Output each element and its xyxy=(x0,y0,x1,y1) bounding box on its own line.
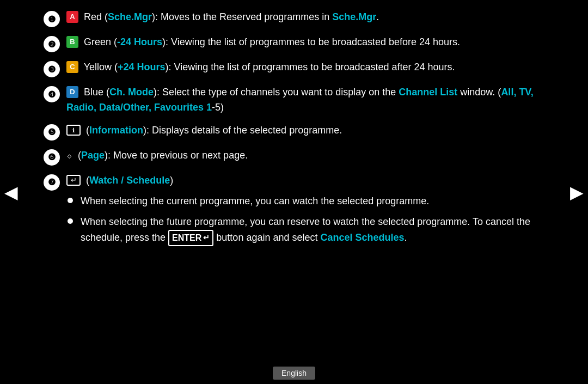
item-text-5: ℹ (Information): Displays details of the… xyxy=(66,123,544,138)
circle-num-3: ❸ xyxy=(44,61,60,77)
item-text-4: D Blue (Ch. Mode): Select the type of ch… xyxy=(66,85,544,115)
bullet-dot-2 xyxy=(68,218,73,224)
list-item-6: ❻ ⬦ (Page): Move to previous or next pag… xyxy=(44,148,544,166)
circle-num-2: ❷ xyxy=(44,36,60,52)
list-item-5: ❺ ℹ (Information): Displays details of t… xyxy=(44,123,544,141)
page-icon: ⬦ xyxy=(66,150,72,161)
item-text-6: ⬦ (Page): Move to previous or next page. xyxy=(66,148,544,163)
list-item-4: ❹ D Blue (Ch. Mode): Select the type of … xyxy=(44,85,544,115)
sub-bullets: When selecting the current programme, yo… xyxy=(68,194,544,247)
badge-red: A xyxy=(66,11,78,23)
minus24-link: -24 Hours xyxy=(117,36,162,47)
circle-num-6: ❻ xyxy=(44,149,60,166)
sche-mgr-link-1: Sche.Mgr xyxy=(108,11,152,22)
enter-arrow: ↵ xyxy=(203,232,210,244)
sub-bullet-1: When selecting the current programme, yo… xyxy=(68,194,544,209)
sub-bullet-2: When selecting the future programme, you… xyxy=(68,215,544,247)
sche-mgr-link-2: Sche.Mgr xyxy=(332,11,376,22)
list-item-7: ❼ ↵ (Watch / Schedule) xyxy=(44,173,544,191)
enter-box: ENTER↵ xyxy=(168,230,213,247)
list-item-1: ❶ A Red (Sche.Mgr): Moves to the Reserve… xyxy=(44,10,544,27)
list-item-3: ❸ C Yellow (+24 Hours): Viewing the list… xyxy=(44,60,544,77)
circle-num-4: ❹ xyxy=(44,86,60,102)
circle-num-1: ❶ xyxy=(44,11,60,27)
circle-num-7: ❼ xyxy=(44,174,60,191)
bullet-dot-1 xyxy=(68,198,73,203)
bottom-bar: English xyxy=(0,367,588,384)
plus24-link: +24 Hours xyxy=(118,62,166,72)
sub-bullet-text-1: When selecting the current programme, yo… xyxy=(81,194,544,209)
watch-schedule-link: Watch / Schedule xyxy=(89,175,170,186)
page-link: Page xyxy=(81,150,105,161)
chmode-link: Ch. Mode xyxy=(109,87,154,97)
item-text-7: ↵ (Watch / Schedule) xyxy=(66,173,544,188)
badge-yellow: C xyxy=(66,61,78,73)
list-item-2: ❷ B Green (-24 Hours): Viewing the list … xyxy=(44,35,544,52)
circle-num-5: ❺ xyxy=(44,124,60,141)
sub-bullet-text-2: When selecting the future programme, you… xyxy=(81,215,544,247)
cancel-schedules-link: Cancel Schedules xyxy=(321,232,405,243)
watch-icon: ↵ xyxy=(66,175,81,186)
item-text-3: C Yellow (+24 Hours): Viewing the list o… xyxy=(66,60,544,75)
language-badge: English xyxy=(273,367,315,380)
item-text-2: B Green (-24 Hours): Viewing the list of… xyxy=(66,35,544,50)
badge-green: B xyxy=(66,36,78,48)
information-link: Information xyxy=(89,125,143,136)
info-icon: ℹ xyxy=(66,125,81,136)
badge-blue: D xyxy=(66,86,78,98)
channel-list-link: Channel List xyxy=(399,87,457,97)
item-text-1: A Red (Sche.Mgr): Moves to the Reserved … xyxy=(66,10,544,25)
